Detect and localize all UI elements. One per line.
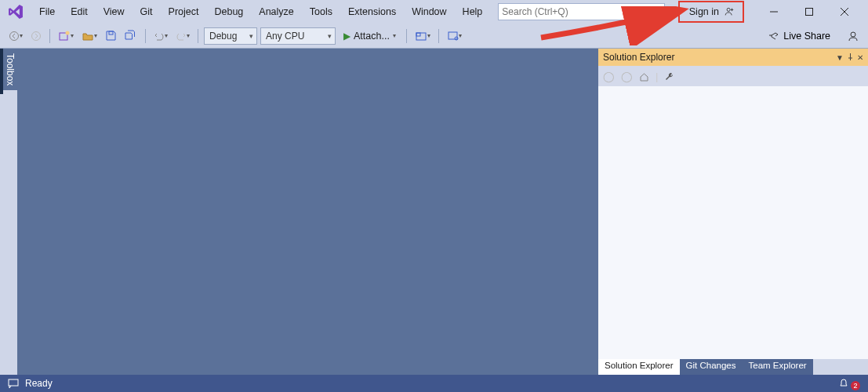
menu-git[interactable]: Git: [133, 3, 161, 20]
menu-file[interactable]: File: [31, 3, 63, 20]
menu-debug[interactable]: Debug: [206, 3, 251, 20]
solution-explorer-toolbar: ◯ ◯ |: [598, 66, 868, 86]
menu-project[interactable]: Project: [161, 3, 207, 20]
toolbox-indicator: [0, 49, 3, 94]
svg-point-10: [66, 31, 70, 34]
svg-point-8: [32, 31, 41, 40]
forward-icon[interactable]: ◯: [621, 71, 633, 82]
svg-rect-17: [9, 379, 18, 386]
liveshare-button[interactable]: Live Share: [764, 29, 835, 43]
attach-label: Attach...: [354, 31, 390, 42]
platform-combo[interactable]: Any CPU: [260, 27, 336, 45]
play-icon: ▶: [343, 31, 350, 42]
tab-git-changes[interactable]: Git Changes: [680, 359, 743, 375]
menu-view[interactable]: View: [96, 3, 133, 20]
folder-view-button[interactable]: ▾: [412, 27, 433, 45]
statusbar: Ready 2: [0, 375, 868, 392]
menu-window[interactable]: Window: [404, 3, 454, 20]
maximize-button[interactable]: [791, 1, 826, 23]
editor-area: [17, 49, 598, 375]
attach-button[interactable]: ▶ Attach... ▾: [339, 29, 401, 43]
liveshare-label: Live Share: [783, 31, 830, 42]
menu-analyze[interactable]: Analyze: [251, 3, 301, 20]
toolbar-separator: [49, 29, 50, 43]
comment-icon[interactable]: [8, 378, 19, 389]
close-button[interactable]: [826, 1, 862, 23]
menu-items: File Edit View Git Project Debug Analyze…: [31, 3, 490, 20]
config-combo[interactable]: Debug: [204, 27, 257, 45]
signin-highlight-box: Sign in: [678, 1, 744, 23]
nav-back-button[interactable]: ▾: [6, 27, 25, 45]
save-all-button[interactable]: [122, 27, 140, 45]
svg-point-2: [727, 8, 730, 11]
search-input[interactable]: [502, 6, 651, 17]
signin-button[interactable]: Sign in: [681, 4, 741, 20]
menu-extensions[interactable]: Extensions: [340, 3, 404, 20]
solution-explorer-title: Solution Explorer: [603, 52, 674, 63]
menu-help[interactable]: Help: [455, 3, 491, 20]
toolbar-separator: [406, 29, 407, 43]
new-project-button[interactable]: ▾: [56, 27, 76, 45]
solution-explorer-panel: Solution Explorer ▼ ✕ ◯ ◯ | Solution Exp…: [598, 49, 868, 375]
window-controls: [756, 1, 862, 23]
minimize-button[interactable]: [756, 1, 791, 23]
svg-point-16: [851, 32, 855, 37]
svg-rect-14: [449, 32, 457, 39]
solution-explorer-content: [598, 86, 868, 359]
svg-point-0: [652, 8, 658, 13]
browser-link-button[interactable]: ▾: [445, 27, 464, 45]
toolbar-separator: [438, 29, 439, 43]
workspace: Toolbox Solution Explorer ▼ ✕ ◯ ◯ | Solu…: [0, 49, 868, 375]
search-box[interactable]: [498, 3, 665, 20]
tab-solution-explorer[interactable]: Solution Explorer: [598, 359, 680, 375]
feedback-button[interactable]: [844, 27, 862, 45]
close-panel-icon[interactable]: ✕: [857, 53, 863, 62]
search-icon[interactable]: [651, 7, 661, 17]
save-button[interactable]: [103, 27, 119, 45]
svg-line-1: [657, 13, 659, 16]
svg-rect-13: [416, 33, 420, 36]
home-icon[interactable]: [639, 71, 649, 82]
toolbar: ▾ ▾ ▾ ▾ ▾ Debug Any CPU ▶ Attach... ▾ ▾ …: [0, 24, 868, 49]
notification-badge[interactable]: 2: [851, 381, 860, 390]
back-icon[interactable]: ◯: [603, 71, 615, 82]
user-add-icon: [724, 6, 735, 17]
signin-label: Sign in: [689, 6, 719, 17]
nav-forward-button[interactable]: [28, 27, 44, 45]
solution-explorer-header[interactable]: Solution Explorer ▼ ✕: [598, 49, 868, 66]
status-ready: Ready: [25, 378, 53, 389]
undo-button[interactable]: ▾: [151, 27, 170, 45]
bell-icon[interactable]: [838, 378, 849, 389]
visual-studio-logo: [6, 2, 25, 21]
chevron-down-icon: ▾: [393, 32, 396, 39]
solution-explorer-tabs: Solution Explorer Git Changes Team Explo…: [598, 359, 868, 375]
menu-tools[interactable]: Tools: [302, 3, 340, 20]
open-file-button[interactable]: ▾: [79, 27, 100, 45]
share-icon: [768, 31, 779, 42]
svg-rect-11: [109, 31, 113, 34]
menubar: File Edit View Git Project Debug Analyze…: [0, 0, 868, 24]
dropdown-icon[interactable]: ▼: [836, 53, 844, 62]
redo-button[interactable]: ▾: [173, 27, 192, 45]
pin-icon[interactable]: [847, 53, 854, 62]
svg-point-7: [10, 31, 19, 40]
toolbar-separator: [145, 29, 146, 43]
menu-edit[interactable]: Edit: [63, 3, 96, 20]
svg-rect-4: [805, 9, 812, 16]
wrench-icon[interactable]: [664, 71, 674, 82]
tab-team-explorer[interactable]: Team Explorer: [743, 359, 813, 375]
toolbar-separator: [198, 29, 198, 43]
